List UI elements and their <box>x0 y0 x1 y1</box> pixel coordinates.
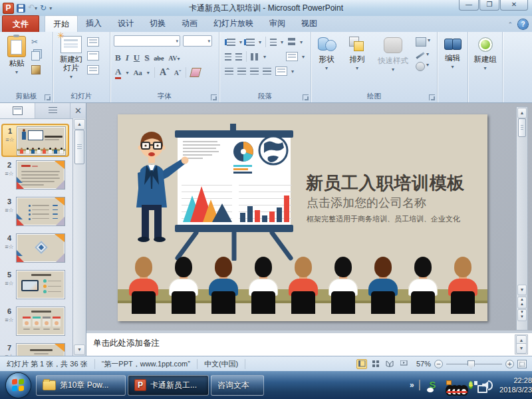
decrease-indent-icon[interactable] <box>225 53 231 61</box>
tab-幻灯片放映[interactable]: 幻灯片放映 <box>205 15 261 32</box>
slide-sorter-icon[interactable] <box>370 359 381 369</box>
align-text-icon[interactable] <box>275 66 287 76</box>
undo-icon[interactable]: ↶▾ <box>28 3 37 13</box>
thumbnail-image[interactable] <box>16 343 65 356</box>
numbering-icon[interactable] <box>246 39 255 46</box>
notes-scrollbar[interactable]: ▲ ▼ <box>515 334 528 354</box>
tab-动画[interactable]: 动画 <box>174 15 205 32</box>
ime-keyboard-icon[interactable] <box>419 380 420 390</box>
tab-审阅[interactable]: 审阅 <box>261 15 293 32</box>
editing-button[interactable]: 编辑▾ <box>440 35 466 71</box>
zoom-slider-thumb[interactable] <box>467 360 475 369</box>
tab-视图[interactable]: 视图 <box>293 15 325 32</box>
bold-button[interactable]: B <box>115 53 121 63</box>
layout-icon[interactable] <box>87 37 99 47</box>
format-painter-icon[interactable] <box>31 65 41 74</box>
slide-canvas[interactable]: 新员工入职培训模板 点击添加您的公司名称 框架完整适用于商务培训、员工培训、企业… <box>118 114 487 321</box>
clipboard-dialog-launcher[interactable] <box>45 94 51 100</box>
tab-设计[interactable]: 设计 <box>110 15 142 32</box>
notes-pane[interactable]: 单击此处添加备注 ▲ ▼ <box>86 331 532 356</box>
increase-indent-icon[interactable] <box>235 53 242 61</box>
slideshow-view-icon[interactable] <box>398 359 409 369</box>
text-direction-icon[interactable] <box>288 38 295 47</box>
powerpoint-app-icon[interactable]: P <box>3 3 14 14</box>
clear-formatting-icon[interactable] <box>190 68 201 77</box>
drawing-dialog-launcher[interactable] <box>429 94 435 100</box>
slide-thumbnail-4[interactable]: 4 ≡☆ <box>3 233 70 267</box>
columns-icon[interactable] <box>251 53 259 61</box>
scroll-down-icon[interactable]: ▼ <box>517 285 527 295</box>
tab-slides-thumbnails[interactable] <box>0 103 35 118</box>
tab-切换[interactable]: 切换 <box>142 15 174 32</box>
panel-scroll-thumb[interactable] <box>74 130 84 164</box>
panel-scroll-up-icon[interactable]: ▲ <box>74 119 85 130</box>
fit-to-window-icon[interactable] <box>517 360 527 368</box>
slide-thumbnail-7[interactable]: 7 ≡☆ <box>3 343 70 356</box>
new-slide-button[interactable]: 新建幻灯片▾ <box>55 35 87 92</box>
font-name-combo[interactable]: ▾ <box>114 35 180 47</box>
reset-icon[interactable] <box>87 51 99 61</box>
tab-outline[interactable] <box>35 103 70 118</box>
zoom-in-icon[interactable]: + <box>505 360 514 368</box>
main-scrollbar[interactable]: ▲ ▼ ▲▲ ▼▼ <box>516 106 528 331</box>
previous-slide-icon[interactable]: ▲▲ <box>517 297 527 309</box>
justify-icon[interactable] <box>263 68 271 75</box>
slide-thumbnail-2[interactable]: 2 ≡☆ <box>3 160 70 194</box>
shape-fill-icon[interactable] <box>416 37 426 47</box>
normal-view-icon[interactable] <box>356 359 367 369</box>
strikethrough-button[interactable]: abe <box>154 55 164 62</box>
slide-thumbnail-1[interactable]: 1 ≡☆ <box>1 124 69 157</box>
zoom-level[interactable]: 57% <box>412 360 431 368</box>
reading-view-icon[interactable] <box>384 359 395 369</box>
taskbar-task-2[interactable]: P卡通新员工... <box>128 375 209 396</box>
scroll-up-icon[interactable]: ▲ <box>517 108 527 118</box>
minimize-ribbon-icon[interactable]: ⌃ <box>507 21 513 28</box>
notes-scroll-down-icon[interactable]: ▼ <box>516 343 527 354</box>
cut-icon[interactable]: ✂ <box>31 37 41 47</box>
help-icon[interactable]: ? <box>518 19 528 29</box>
thumbnail-image[interactable] <box>16 233 65 263</box>
taskbar-clock[interactable]: 22:28 2018/3/23 <box>497 376 532 394</box>
scroll-thumb[interactable] <box>518 118 526 137</box>
underline-button[interactable]: U <box>134 53 140 63</box>
shrink-font-button[interactable]: Aˇ <box>174 69 182 76</box>
taskbar-task-3[interactable]: 咨询文本 <box>211 375 264 396</box>
align-center-icon[interactable] <box>237 68 246 75</box>
notes-placeholder[interactable]: 单击此处添加备注 <box>93 338 160 349</box>
zoom-slider[interactable] <box>446 360 502 368</box>
change-case-button[interactable]: Aa <box>133 68 142 76</box>
quick-styles-button[interactable]: 快速样式▾ <box>374 35 412 92</box>
character-spacing-button[interactable]: AV▾ <box>168 55 180 62</box>
thumbnail-image[interactable] <box>16 160 65 190</box>
qat-dropdown-icon[interactable]: ▾ <box>49 5 52 11</box>
text-shadow-button[interactable]: S <box>144 53 149 63</box>
tab-开始[interactable]: 开始 <box>45 15 78 32</box>
thumbnail-image[interactable] <box>16 197 65 226</box>
tab-file[interactable]: 文件 <box>2 15 39 32</box>
bullets-icon[interactable] <box>227 39 235 46</box>
font-size-combo[interactable]: ▾ <box>183 35 212 47</box>
panel-scroll-down-icon[interactable]: ▼ <box>74 344 85 355</box>
maximize-button[interactable]: ❐ <box>479 0 499 11</box>
minimize-button[interactable]: — <box>459 0 479 11</box>
paste-button[interactable]: 粘贴▾ <box>2 35 31 92</box>
copy-icon[interactable] <box>31 51 40 61</box>
slide-thumbnail-6[interactable]: 6 ≡☆ <box>3 307 70 340</box>
start-button[interactable] <box>6 373 31 398</box>
smartart-convert-icon[interactable] <box>286 52 298 61</box>
slide-thumbnail-3[interactable]: 3 ≡☆ <box>3 197 70 230</box>
redo-icon[interactable]: ↻ <box>40 3 47 13</box>
close-button[interactable]: ✕ <box>500 0 528 11</box>
paragraph-dialog-launcher[interactable] <box>303 94 309 100</box>
arrange-button[interactable]: 排列▾ <box>344 35 370 92</box>
section-icon[interactable] <box>87 65 99 74</box>
language-indicator[interactable]: 中文(中国) <box>198 359 245 369</box>
grow-font-button[interactable]: Aˆ <box>160 67 170 78</box>
line-spacing-icon[interactable] <box>270 39 277 46</box>
italic-button[interactable]: I <box>126 53 129 63</box>
font-dialog-launcher[interactable] <box>211 94 217 100</box>
thumbnail-image[interactable] <box>17 126 66 156</box>
panel-close-icon[interactable]: ✕ <box>70 103 86 118</box>
slide-thumbnail-5[interactable]: 5 ≡☆ <box>3 270 70 303</box>
font-color-button[interactable]: A <box>115 66 121 79</box>
